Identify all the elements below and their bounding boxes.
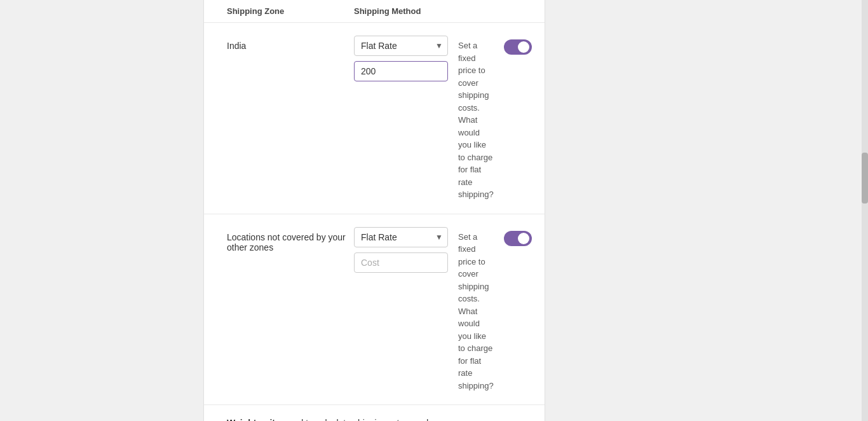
other-zones-toggle-wrapper[interactable] [504,227,532,248]
scrollbar-thumb[interactable] [862,153,868,204]
india-method-select[interactable]: Flat Rate Free Shipping Local Pickup [354,36,448,56]
india-zone-name: India [227,36,354,51]
india-toggle-slider [504,39,532,55]
other-zones-toggle[interactable] [504,231,532,246]
weight-unit-section: Weight unit—used to calculate shipping r… [204,405,545,421]
other-zones-name: Locations not covered by your other zone… [227,227,354,252]
india-method-select-wrapper[interactable]: Flat Rate Free Shipping Local Pickup ▼ [354,36,448,56]
india-method-description: Set a fixed price to cover shipping cost… [458,36,494,201]
table-header: Shipping Zone Shipping Method [204,0,545,23]
weight-unit-label: Weight unit—used to calculate shipping r… [227,418,522,421]
zone-column-header: Shipping Zone [227,6,354,16]
other-zones-method-controls: Flat Rate Free Shipping Local Pickup ▼ [354,227,448,273]
india-toggle-wrapper[interactable] [504,36,532,57]
india-method-controls: Flat Rate Free Shipping Local Pickup ▼ [354,36,448,81]
other-zones-method-select[interactable]: Flat Rate Free Shipping Local Pickup [354,227,448,247]
india-cost-input[interactable] [354,61,448,81]
other-zones-method-description: Set a fixed price to cover shipping cost… [458,227,494,392]
other-zones-method-area: Flat Rate Free Shipping Local Pickup ▼ S… [354,227,532,392]
other-zones-cost-input[interactable] [354,252,448,273]
main-content: Shipping Zone Shipping Method India Flat… [203,0,545,421]
other-zones-row: Locations not covered by your other zone… [204,214,545,406]
method-column-header: Shipping Method [354,6,532,16]
other-zones-toggle-slider [504,231,532,246]
right-sidebar [545,0,868,421]
india-method-area: Flat Rate Free Shipping Local Pickup ▼ S… [354,36,532,201]
scrollbar[interactable] [862,0,868,421]
left-sidebar [0,0,203,421]
india-toggle[interactable] [504,39,532,55]
india-zone-row: India Flat Rate Free Shipping Local Pick… [204,23,545,214]
other-zones-method-select-wrapper[interactable]: Flat Rate Free Shipping Local Pickup ▼ [354,227,448,247]
